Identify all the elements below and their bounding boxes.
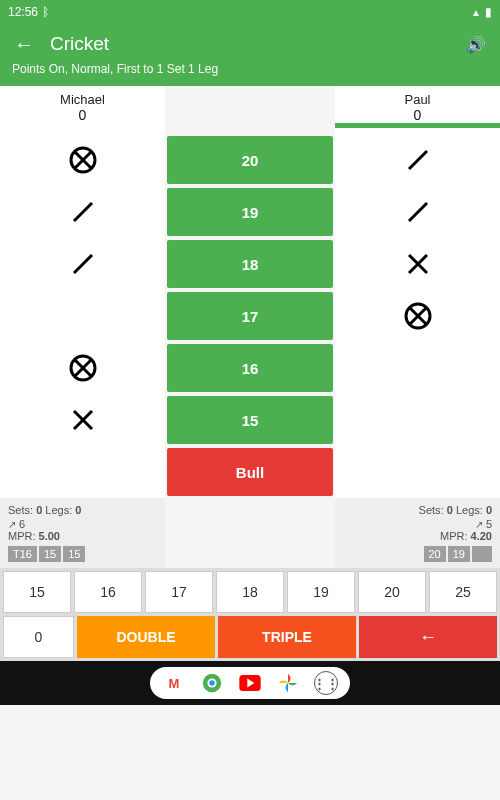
marks-column-left bbox=[0, 134, 165, 498]
key-double[interactable]: DOUBLE bbox=[77, 616, 215, 658]
page-title: Cricket bbox=[50, 33, 450, 55]
player-right-name: Paul bbox=[335, 92, 500, 107]
volume-button[interactable] bbox=[464, 32, 488, 56]
game-settings-label: Points On, Normal, First to 1 Set 1 Leg bbox=[12, 62, 488, 76]
target-16[interactable]: 16 bbox=[167, 344, 333, 392]
mark-right-3 bbox=[335, 290, 500, 342]
key-backspace[interactable] bbox=[359, 616, 497, 658]
targets-column: 201918171615Bull bbox=[165, 134, 335, 498]
app-photos-icon[interactable] bbox=[276, 671, 300, 695]
key-triple[interactable]: TRIPLE bbox=[218, 616, 356, 658]
dart-icon bbox=[8, 518, 16, 530]
player-left-header[interactable]: Michael 0 bbox=[0, 86, 165, 134]
mark-right-2 bbox=[335, 238, 500, 290]
player-right-turn-indicator bbox=[335, 123, 500, 128]
mark-right-0 bbox=[335, 134, 500, 186]
app-drawer-icon[interactable]: ⋮⋮ bbox=[314, 671, 338, 695]
player-right-header[interactable]: Paul 0 bbox=[335, 86, 500, 134]
backspace-icon bbox=[419, 627, 437, 648]
stats-right: Sets: 0 Legs: 0 5 MPR: 4.20 2019 bbox=[335, 498, 500, 568]
player-left-turn-indicator bbox=[0, 123, 165, 128]
mark-left-0 bbox=[0, 134, 165, 186]
mark-right-4 bbox=[335, 342, 500, 394]
svg-point-19 bbox=[209, 680, 215, 686]
mark-left-1 bbox=[0, 186, 165, 238]
target-18[interactable]: 18 bbox=[167, 240, 333, 288]
svg-line-3 bbox=[74, 203, 92, 221]
app-youtube-icon[interactable] bbox=[238, 671, 262, 695]
key-25[interactable]: 25 bbox=[429, 571, 497, 613]
key-18[interactable]: 18 bbox=[216, 571, 284, 613]
svg-line-4 bbox=[74, 255, 92, 273]
target-15[interactable]: 15 bbox=[167, 396, 333, 444]
bluetooth-icon bbox=[42, 5, 49, 19]
player-right-score: 0 bbox=[335, 107, 500, 123]
mark-left-6 bbox=[0, 446, 165, 498]
status-time: 12:56 bbox=[8, 5, 38, 19]
mark-right-1 bbox=[335, 186, 500, 238]
app-chrome-icon[interactable] bbox=[200, 671, 224, 695]
keypad: 15161718192025 0 DOUBLE TRIPLE bbox=[0, 568, 500, 661]
stats-row: Sets: 0 Legs: 0 6 MPR: 5.00 T161515 Sets… bbox=[0, 498, 500, 568]
stats-left: Sets: 0 Legs: 0 6 MPR: 5.00 T161515 bbox=[0, 498, 165, 568]
target-19[interactable]: 19 bbox=[167, 188, 333, 236]
mark-left-2 bbox=[0, 238, 165, 290]
status-bar: 12:56 bbox=[0, 0, 500, 24]
score-board: 201918171615Bull bbox=[0, 134, 500, 498]
key-15[interactable]: 15 bbox=[3, 571, 71, 613]
system-nav-bar: M ⋮⋮ bbox=[0, 661, 500, 705]
mark-right-6 bbox=[335, 446, 500, 498]
svg-line-10 bbox=[409, 151, 427, 169]
key-16[interactable]: 16 bbox=[74, 571, 142, 613]
marks-column-right bbox=[335, 134, 500, 498]
target-20[interactable]: 20 bbox=[167, 136, 333, 184]
target-bull[interactable]: Bull bbox=[167, 448, 333, 496]
target-17[interactable]: 17 bbox=[167, 292, 333, 340]
history-cell: 19 bbox=[448, 546, 470, 562]
mark-left-3 bbox=[0, 290, 165, 342]
key-19[interactable]: 19 bbox=[287, 571, 355, 613]
back-button[interactable] bbox=[12, 32, 36, 56]
mark-left-5 bbox=[0, 394, 165, 446]
players-header: Michael 0 Paul 0 bbox=[0, 86, 500, 134]
history-cell: 15 bbox=[39, 546, 61, 562]
key-0[interactable]: 0 bbox=[3, 616, 74, 658]
key-17[interactable]: 17 bbox=[145, 571, 213, 613]
dart-icon bbox=[475, 518, 483, 530]
battery-icon bbox=[485, 5, 492, 19]
history-cell: 20 bbox=[424, 546, 446, 562]
history-cell: T16 bbox=[8, 546, 37, 562]
history-cell bbox=[472, 546, 492, 562]
player-left-name: Michael bbox=[0, 92, 165, 107]
history-cell: 15 bbox=[63, 546, 85, 562]
app-gmail-icon[interactable]: M bbox=[162, 671, 186, 695]
mark-right-5 bbox=[335, 394, 500, 446]
signal-icon bbox=[471, 5, 481, 19]
mark-left-4 bbox=[0, 342, 165, 394]
player-left-score: 0 bbox=[0, 107, 165, 123]
svg-line-11 bbox=[409, 203, 427, 221]
key-20[interactable]: 20 bbox=[358, 571, 426, 613]
app-bar: Cricket Points On, Normal, First to 1 Se… bbox=[0, 24, 500, 86]
